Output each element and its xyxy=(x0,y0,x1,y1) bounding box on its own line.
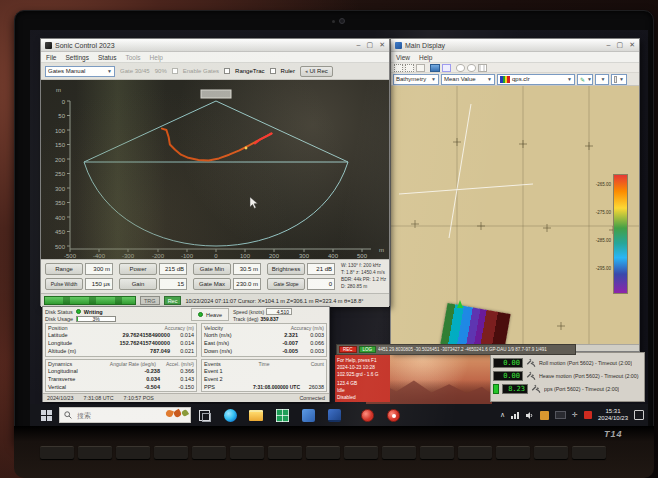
menu-help[interactable]: Help xyxy=(150,54,163,61)
east-label: East (m/s) xyxy=(204,340,242,346)
gate-max-button[interactable]: Gate Max xyxy=(193,278,231,290)
pps-label: PPS xyxy=(204,384,222,390)
seabed-trace xyxy=(162,129,272,161)
spreadsheet-app-icon[interactable] xyxy=(272,405,292,425)
gate-slope-button[interactable]: Gate Slope xyxy=(267,278,305,290)
image-export-icon[interactable] xyxy=(430,64,440,72)
ime-icon[interactable] xyxy=(540,411,549,420)
menu-status[interactable]: Status xyxy=(98,54,116,61)
rec-button[interactable]: REC xyxy=(339,346,357,353)
task-view-icon[interactable] xyxy=(194,405,214,425)
alt-value: 787.049 xyxy=(84,348,170,354)
menu-tools[interactable]: Tools xyxy=(125,54,140,61)
tray-app-red-icon[interactable] xyxy=(584,411,592,419)
maximize-button[interactable]: ▢ xyxy=(367,41,374,49)
main-display-titlebar[interactable]: Main Display – ▢ ✕ xyxy=(391,39,639,52)
rangetrac-label: RangeTrac xyxy=(235,68,264,74)
keyboard-icon[interactable] xyxy=(555,411,566,419)
y-tick: 200 xyxy=(55,157,66,163)
lasso-select-icon[interactable] xyxy=(405,64,414,72)
gate-slope-value[interactable]: 0 xyxy=(307,278,335,290)
position-group: Position Accuracy (m) Latitude29.7624158… xyxy=(45,323,197,357)
colormap-combo[interactable]: qps.clr▼ xyxy=(497,74,575,85)
sonic-app-icon xyxy=(45,42,52,49)
taskbar-clock[interactable]: 15:31 2024/10/23 xyxy=(598,408,628,422)
menu-help[interactable]: Help xyxy=(419,54,432,61)
extra-combo[interactable]: ▼ xyxy=(595,74,609,85)
gate-min-button[interactable]: Gate Min xyxy=(193,263,231,275)
gain-button[interactable]: Gain xyxy=(119,278,157,290)
menu-view[interactable]: View xyxy=(396,54,410,61)
close-button[interactable]: ✕ xyxy=(629,41,635,49)
colorbar-label: -275.00 xyxy=(587,210,611,215)
events-group: Events Time Count Event 1 Event 2 PPS7:3… xyxy=(201,359,327,392)
layers-tool-combo[interactable]: ✎▼ xyxy=(577,74,593,85)
gate-min-value[interactable]: 30.5 m xyxy=(233,263,261,275)
start-button[interactable] xyxy=(36,405,56,425)
maximize-button[interactable]: ▢ xyxy=(617,41,624,49)
y-tick: 250 xyxy=(55,171,66,177)
search-input[interactable] xyxy=(75,411,135,420)
range-button[interactable]: Range xyxy=(45,263,83,275)
ruler-checkbox[interactable] xyxy=(270,68,276,74)
frame-icon[interactable] xyxy=(442,64,451,72)
pulse-width-value[interactable]: 150 µs xyxy=(85,278,113,290)
depth-colorbar xyxy=(613,174,628,294)
stat-combo[interactable]: Mean Value▼ xyxy=(441,74,495,85)
notification-center-icon[interactable] xyxy=(634,410,644,420)
pulse-width-button[interactable]: Pulse Width xyxy=(45,278,83,290)
tray-chevron-icon[interactable]: ∧ xyxy=(500,411,505,419)
menu-file[interactable]: File xyxy=(46,54,56,61)
close-button[interactable]: ✕ xyxy=(379,41,385,49)
chart-app-taskbar-icon[interactable] xyxy=(324,405,344,425)
edge-browser-icon[interactable] xyxy=(220,405,240,425)
enable-gates-checkbox[interactable] xyxy=(172,68,178,74)
clear-select-icon[interactable] xyxy=(416,64,425,72)
sonar-wedge-display[interactable]: 0 50 100 150 200 250 300 350 400 450 500… xyxy=(41,80,389,259)
range-value[interactable]: 300 m xyxy=(85,263,113,275)
power-value[interactable]: 215 dB xyxy=(159,263,187,275)
y-tick: 300 xyxy=(55,186,66,192)
sonic-titlebar[interactable]: Sonic Control 2023 – ▢ ✕ xyxy=(41,39,389,52)
pps-ok-indicator xyxy=(493,384,499,394)
brightness-value[interactable]: 21 dB xyxy=(307,263,335,275)
file-explorer-icon[interactable] xyxy=(246,405,266,425)
layer-combo[interactable]: Bathymetry▼ xyxy=(393,74,439,85)
transverse-label: Transverse xyxy=(48,376,88,382)
zoom-out-icon[interactable] xyxy=(467,64,476,72)
gain-value[interactable]: 15 xyxy=(159,278,187,290)
minimize-button[interactable]: – xyxy=(607,41,611,49)
heave-sensor-label: Heave motion (Port 5602) - Timeout (2:00… xyxy=(539,373,639,379)
angular-rate-header: Angular Rate (deg/s) xyxy=(82,361,156,367)
device-state: Disabled xyxy=(337,394,388,401)
alt-acc: 0.021 xyxy=(170,348,194,354)
laptop-photo: Main Display – ▢ ✕ View Help Bathymetry▼ xyxy=(0,0,658,478)
recorder-app-icon-2[interactable] xyxy=(383,405,403,425)
search-box[interactable] xyxy=(59,407,191,423)
volume-icon[interactable] xyxy=(525,411,534,420)
pen-tray-icon[interactable]: ✛ xyxy=(572,411,578,419)
recorder-app-icon-1[interactable] xyxy=(357,405,377,425)
power-button[interactable]: Power xyxy=(119,263,157,275)
zoom-in-icon[interactable] xyxy=(456,64,465,72)
minimize-button[interactable]: – xyxy=(357,41,361,49)
gates-mode-combo[interactable]: Gates Manual▼ xyxy=(45,66,115,77)
footer-utc: 7:31:08 UTC xyxy=(84,395,114,401)
select-arrow-icon[interactable] xyxy=(394,64,403,72)
main-display-app-icon xyxy=(395,42,402,49)
log-button[interactable]: LOG xyxy=(359,346,377,353)
map-canvas[interactable]: -265.00 -275.00 -285.00 -295.00 xyxy=(391,86,639,344)
y-tick: 500 xyxy=(55,244,66,250)
network-icon[interactable] xyxy=(511,412,519,419)
ui-rec-button[interactable]: ◂ UI Rec xyxy=(300,66,333,77)
brightness-button[interactable]: Brightness xyxy=(267,263,305,275)
east-acc: 0.066 xyxy=(298,340,324,346)
help-hint: For Help, press F1 xyxy=(337,357,388,364)
measure-icon[interactable] xyxy=(478,64,487,72)
menu-settings[interactable]: Settings xyxy=(65,54,89,61)
disk-usage-label: Disk Usage xyxy=(45,316,73,322)
rangetrac-checkbox[interactable] xyxy=(224,68,230,74)
survey-app-taskbar-icon[interactable] xyxy=(298,405,318,425)
grid-combo[interactable]: ▼ xyxy=(611,74,627,85)
gate-max-value[interactable]: 230.0 m xyxy=(233,278,261,290)
